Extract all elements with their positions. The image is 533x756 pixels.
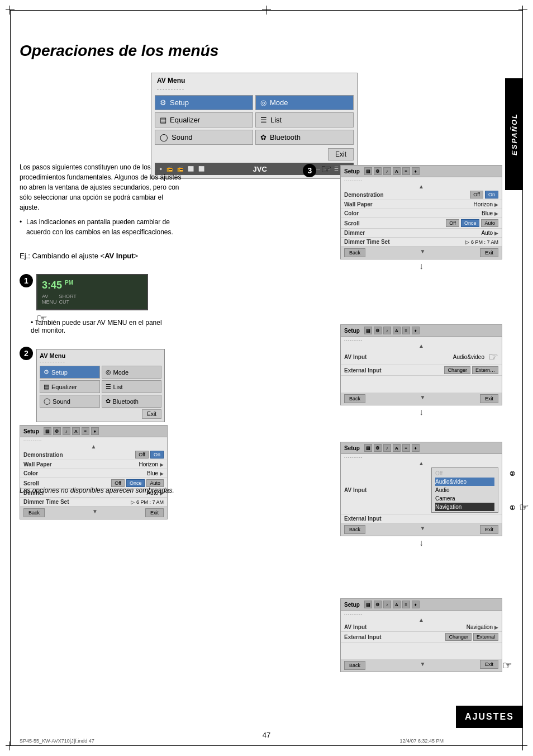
rp4-ext-input: External Input Changer External bbox=[341, 632, 502, 642]
list-icon: ☰ bbox=[260, 116, 267, 124]
exit-setup-left[interactable]: Exit bbox=[145, 508, 164, 517]
rp1-back[interactable]: Back bbox=[344, 248, 365, 257]
page-number: 47 bbox=[263, 731, 270, 739]
rp1-exit[interactable]: Exit bbox=[480, 248, 498, 257]
step2-exit-btn[interactable]: Exit bbox=[142, 409, 161, 419]
setup-row-color: Color Blue ▶ bbox=[20, 469, 167, 478]
right-header-3: Setup ▤ ⚙ ♪ A ≡ ♦ bbox=[341, 442, 502, 454]
rp2-back[interactable]: Back bbox=[344, 394, 365, 403]
crosshair-tr bbox=[518, 6, 527, 15]
down-arrow-left: ▼ bbox=[92, 508, 98, 517]
hand-pointer-rp2: ☞ bbox=[488, 350, 498, 363]
rp4-exit[interactable]: Exit bbox=[480, 660, 498, 669]
page-title: Operaciones de los menús bbox=[20, 42, 218, 60]
rp2-exit[interactable]: Exit bbox=[480, 394, 498, 403]
icon-box-4: A bbox=[72, 427, 80, 435]
icon-box-2: ⚙ bbox=[53, 427, 61, 435]
rp3-footer: Back ▼ Exit bbox=[341, 523, 502, 536]
equalizer-label: Equalizer bbox=[170, 116, 200, 124]
rp1-dimmer-time: Dimmer Time Set ▷ 6 PM : 7 AM bbox=[341, 238, 502, 247]
step2-number: 2 bbox=[20, 347, 33, 360]
step1-bullet: • También puede usar AV MENU en el panel… bbox=[31, 319, 170, 334]
ajustes-sidebar: AJUSTES bbox=[456, 706, 523, 728]
right-setup-panel-3: Setup ▤ ⚙ ♪ A ≡ ♦ ---------- ▲ AV Input … bbox=[340, 442, 502, 536]
step1-screen: 3:45 PM AVMENU SHORTCUT bbox=[36, 274, 148, 310]
ajustes-label: AJUSTES bbox=[465, 712, 514, 722]
connector-1: ↓ bbox=[340, 259, 502, 273]
dropdown-option-navigation[interactable]: Navigation bbox=[435, 503, 494, 511]
body-bullet1: Las indicaciones en pantalla pueden camb… bbox=[20, 217, 182, 237]
page-border-bottom bbox=[10, 745, 523, 746]
right-header-icons-1: ▤ ⚙ ♪ A ≡ ♦ bbox=[364, 167, 420, 175]
step2-sound[interactable]: ◯Sound bbox=[40, 395, 100, 408]
footer-left: SP45-55_KW-AVX710[J]f.indd 47 bbox=[20, 738, 94, 744]
hand-pointer-rp3: ☞ bbox=[519, 500, 529, 514]
av-menu-title: AV Menu bbox=[155, 77, 354, 84]
hand-pointer-3: ☞ bbox=[321, 162, 332, 177]
espanol-label: ESPAÑOL bbox=[510, 113, 518, 155]
step3-number: 3 bbox=[303, 164, 316, 177]
right-header-1: Setup ▤ ⚙ ♪ A ≡ ♦ bbox=[341, 166, 502, 177]
setup-panel-left: Setup ▤ ⚙ ♪ A ≡ ♦ ---------- ▲ Demonstra… bbox=[20, 425, 168, 519]
body-para1: Los pasos siguientes constituyen uno de … bbox=[20, 162, 182, 212]
ej-text: Ej.: Cambiando el ajuste <AV Input> bbox=[20, 252, 138, 260]
step1-number: 1 bbox=[20, 274, 33, 287]
espanol-sidebar: ESPAÑOL bbox=[505, 78, 523, 190]
step2-mode[interactable]: ◎Mode bbox=[102, 366, 162, 379]
dropdown-option-audiovideo[interactable]: Audio&video bbox=[435, 478, 494, 486]
av-menu-item-equalizer[interactable]: ▤ Equalizer bbox=[155, 112, 253, 127]
setup-dots-left: ---------- bbox=[20, 437, 167, 443]
jvc-logo: JVC bbox=[253, 165, 267, 173]
hand-pointer-rp4: ☞ bbox=[502, 659, 512, 672]
right-setup-panel-1: Setup ▤ ⚙ ♪ A ≡ ♦ ---------- ▲ Demonstra… bbox=[340, 165, 502, 259]
right-header-4: Setup ▤ ⚙ ♪ A ≡ ♦ bbox=[341, 599, 502, 611]
annotation-1: ① bbox=[510, 504, 515, 512]
setup-header-icons: ▤ ⚙ ♪ A ≡ ♦ bbox=[44, 427, 99, 435]
dropdown-option-audio[interactable]: Audio bbox=[435, 486, 494, 494]
rp2-ext-input: External Input Changer Extern… bbox=[341, 365, 502, 376]
right-panel-2: Setup ▤ ⚙ ♪ A ≡ ♦ ---------- ▲ AV Input … bbox=[340, 324, 502, 419]
step1-time: 3:45 PM bbox=[42, 280, 142, 291]
av-menu-item-sound[interactable]: ◯ Sound bbox=[155, 130, 253, 145]
step2-list[interactable]: ☰List bbox=[102, 380, 162, 393]
connector-3: ↓ bbox=[340, 536, 502, 550]
step2-area: 2 AV Menu ---------- ⚙Setup ◎Mode ▤Equal… bbox=[20, 347, 165, 438]
annotation-2: ② bbox=[510, 470, 515, 478]
body-text-area: Los pasos siguientes constituyen uno de … bbox=[20, 162, 182, 240]
right-panel-3: Setup ▤ ⚙ ♪ A ≡ ♦ ---------- ▲ AV Input … bbox=[340, 442, 502, 550]
step2-equalizer[interactable]: ▤Equalizer bbox=[40, 380, 100, 393]
back-button-left[interactable]: Back bbox=[23, 508, 45, 517]
mode-icon: ◎ bbox=[260, 98, 266, 107]
rp3-back[interactable]: Back bbox=[344, 525, 365, 534]
right-setup-panel-2: Setup ▤ ⚙ ♪ A ≡ ♦ ---------- ▲ AV Input … bbox=[340, 324, 502, 405]
dropdown-box: Off Audio&video Audio Camera Navigation bbox=[431, 467, 498, 513]
setup-icon: ⚙ bbox=[160, 98, 166, 107]
rp2-footer: Back ▼ Exit bbox=[341, 393, 502, 405]
step2-menu-grid: ⚙Setup ◎Mode ▤Equalizer ☰List ◯Sound ✿Bl… bbox=[40, 366, 161, 408]
step1-bullet-text: • También puede usar AV MENU en el panel… bbox=[31, 319, 162, 334]
setup-header-left: Setup ▤ ⚙ ♪ A ≡ ♦ bbox=[20, 426, 167, 437]
right-header-icons-2: ▤ ⚙ ♪ A ≡ ♦ bbox=[364, 327, 420, 334]
av-menu-item-mode[interactable]: ◎ Mode bbox=[255, 95, 354, 110]
icon-box-1: ▤ bbox=[44, 427, 51, 435]
dropdown-option-camera[interactable]: Camera bbox=[435, 494, 494, 503]
setup-up-arrow-left: ▲ bbox=[20, 443, 167, 450]
step2-setup[interactable]: ⚙Setup bbox=[40, 366, 100, 379]
page-border-left bbox=[10, 10, 11, 746]
av-menu-item-bluetooth[interactable]: ✿ Bluetooth bbox=[255, 130, 354, 145]
equalizer-icon: ▤ bbox=[160, 116, 166, 124]
rp4-back[interactable]: Back bbox=[344, 661, 365, 670]
rp3-exit[interactable]: Exit bbox=[480, 525, 498, 534]
mode-label: Mode bbox=[270, 98, 288, 107]
step2-bluetooth[interactable]: ✿Bluetooth bbox=[102, 395, 162, 408]
crosshair-tl bbox=[6, 6, 15, 15]
av-menu-dots: ---------- bbox=[155, 86, 354, 92]
av-menu-item-setup[interactable]: ⚙ Setup bbox=[155, 95, 253, 110]
setup-row-demo: Demonstration Off On bbox=[20, 450, 167, 460]
setup-panel-inner: Setup ▤ ⚙ ♪ A ≡ ♦ ---------- ▲ Demonstra… bbox=[20, 425, 168, 519]
av-menu-item-list[interactable]: ☰ List bbox=[255, 112, 354, 127]
exit-button-top[interactable]: Exit bbox=[328, 148, 354, 160]
icon-box-3: ♪ bbox=[63, 427, 70, 435]
list-label: List bbox=[270, 116, 282, 124]
step2-menu-dots: ---------- bbox=[40, 359, 161, 364]
